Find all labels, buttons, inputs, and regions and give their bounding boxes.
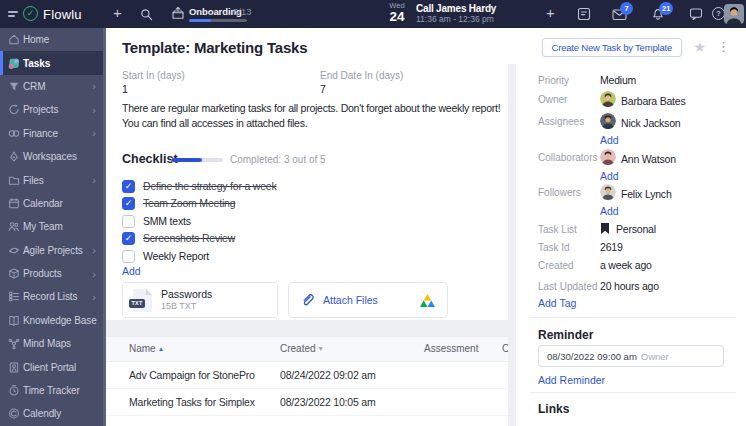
crm-funnel-icon — [8, 80, 20, 93]
chevron-right-icon: › — [92, 245, 96, 255]
calendar-date[interactable]: Wed 24 — [384, 2, 410, 24]
follower-name: Felix Lynch — [621, 188, 672, 200]
checklist-completed-text: Completed: 3 out of 5 — [230, 154, 326, 165]
assignees-label: Assignees — [538, 116, 584, 127]
start-in-value: 1 — [122, 83, 128, 95]
calendar-day: 24 — [384, 10, 410, 24]
txt-file-icon: TXT — [133, 289, 152, 312]
create-task-by-template-button[interactable]: Create New Task by Template — [542, 38, 682, 57]
owner-name: Barbara Bates — [621, 95, 686, 107]
sidebar-item-calendly[interactable]: Calendly — [0, 402, 103, 425]
bookmark-icon — [601, 223, 609, 234]
chevron-right-icon: › — [92, 175, 96, 185]
onboarding-icon[interactable] — [171, 6, 185, 24]
divider — [530, 317, 736, 318]
sidebar-item-finance[interactable]: Finance › — [0, 122, 103, 145]
checklist-item: ✓ Team Zoom Meeting — [122, 196, 235, 210]
created-value: a week ago — [600, 259, 652, 271]
mail-badge: 7 — [620, 2, 633, 15]
add-reminder-link[interactable]: Add Reminder — [538, 374, 605, 386]
sidebar-item-calendar[interactable]: Calendar — [0, 192, 103, 215]
checkbox[interactable]: ✓ — [122, 197, 135, 210]
add-follower-link[interactable]: Add — [600, 205, 619, 217]
end-date-in-value: 7 — [320, 83, 326, 95]
sidebar-item-home[interactable]: Home — [0, 28, 103, 51]
flowlu-logo-icon[interactable]: ✓ — [23, 6, 38, 21]
sidebar-item-my-team[interactable]: My Team — [0, 215, 103, 238]
main-content: Template: Marketing Tasks Create New Tas… — [106, 28, 746, 426]
add-checklist-item-link[interactable]: Add — [122, 265, 141, 277]
checkbox[interactable]: ✓ — [122, 232, 135, 245]
more-options-icon[interactable]: ⋮ — [717, 38, 730, 56]
upcoming-event[interactable]: Call James Hardy 11:36 am - 12:36 pm — [416, 3, 496, 25]
checkbox[interactable]: ✓ — [122, 250, 135, 263]
owner-label: Owner — [538, 94, 567, 105]
user-avatar[interactable] — [724, 4, 744, 24]
sidebar-item-agile-projects[interactable]: Agile Projects › — [0, 239, 103, 262]
task-created-cell: 08/23/2022 10:05 am — [280, 396, 375, 408]
add-assignee-link[interactable]: Add — [600, 134, 619, 146]
table-row[interactable]: Adv Campaign for StonePro 08/24/2022 09:… — [106, 362, 508, 389]
hamburger-menu-icon[interactable] — [8, 11, 18, 19]
sidebar-item-time-tracker[interactable]: Time Tracker — [0, 379, 103, 402]
sidebar-item-products[interactable]: Products › — [0, 262, 103, 285]
sidebar-item-record-lists[interactable]: Record Lists › — [0, 285, 103, 308]
table-row[interactable]: Marketing Tasks for Simplex 08/23/2022 1… — [106, 389, 508, 416]
checklist-item: ✓ Screenshots Review — [122, 231, 235, 245]
chevron-right-icon: › — [92, 105, 96, 115]
notifications-bell-icon[interactable]: 21 — [651, 7, 665, 25]
add-event-button[interactable]: + — [546, 6, 555, 20]
checkbox[interactable]: ✓ — [122, 215, 135, 228]
products-box-icon — [8, 267, 20, 280]
column-header-assessment[interactable]: Assessment — [424, 343, 478, 354]
task-name-cell: Adv Campaign for StonePro — [129, 369, 255, 381]
finance-icon — [8, 127, 20, 140]
mail-icon[interactable]: 7 — [612, 7, 627, 25]
section-divider — [106, 320, 508, 336]
sidebar-item-tasks[interactable]: Tasks — [0, 51, 103, 74]
agile-icon — [8, 244, 20, 257]
sidebar-scrollbar[interactable] — [103, 28, 106, 426]
checklist-title: Checklist — [122, 152, 178, 166]
collaborator-avatar — [600, 149, 616, 165]
reminder-input[interactable]: 08/30/2022 09:00 am Owner — [538, 345, 724, 367]
notifications-badge: 21 — [659, 2, 673, 15]
column-header-name[interactable]: Name▲ — [129, 343, 164, 354]
team-icon — [8, 220, 20, 233]
column-header-created[interactable]: Created▼ — [280, 343, 324, 354]
chevron-right-icon: › — [92, 128, 96, 138]
page-title: Template: Marketing Tasks — [122, 39, 307, 56]
google-drive-icon[interactable] — [420, 294, 435, 307]
favorite-star-icon[interactable]: ★ — [693, 39, 706, 55]
table-row — [106, 416, 508, 426]
sidebar-item-projects[interactable]: Projects › — [0, 98, 103, 121]
panel-divider — [508, 64, 516, 426]
flowlu-app: ✓ Flowlu + Onboarding 5/13 Wed 24 Call J… — [0, 0, 746, 426]
owner-avatar — [600, 91, 616, 107]
column-header-clipped[interactable]: C — [502, 343, 508, 354]
flowlu-logo-text[interactable]: Flowlu — [43, 7, 82, 22]
sort-desc-icon: ▼ — [318, 345, 324, 352]
add-tag-link[interactable]: Add Tag — [538, 297, 576, 309]
search-icon[interactable] — [140, 7, 153, 25]
add-collaborator-link[interactable]: Add — [600, 170, 619, 182]
quick-add-button[interactable]: + — [113, 6, 122, 20]
attach-files-button[interactable]: Attach Files — [288, 282, 448, 318]
sidebar-item-client-portal[interactable]: Client Portal — [0, 355, 103, 378]
checkbox[interactable]: ✓ — [122, 180, 135, 193]
sidebar-item-crm[interactable]: CRM › — [0, 75, 103, 98]
reminder-title: Reminder — [538, 328, 593, 342]
sidebar-item-files[interactable]: Files › — [0, 168, 103, 191]
assignee-avatar — [600, 113, 616, 129]
sidebar-item-mind-maps[interactable]: Mind Maps — [0, 332, 103, 355]
sidebar-item-knowledge-base[interactable]: Knowledge Base — [0, 309, 103, 332]
onboarding-progress-fill — [189, 19, 211, 22]
files-folder-icon — [8, 174, 20, 187]
chat-icon[interactable] — [689, 7, 703, 25]
event-time: 11:36 am - 12:36 pm — [416, 14, 496, 25]
created-label: Created — [538, 260, 574, 271]
attachment-file-card[interactable]: TXT Passwords 15B TXT — [122, 282, 278, 318]
task-created-cell: 08/24/2022 09:02 am — [280, 369, 375, 381]
sidebar-item-workspaces[interactable]: Workspaces — [0, 145, 103, 168]
notes-icon[interactable] — [577, 7, 591, 25]
